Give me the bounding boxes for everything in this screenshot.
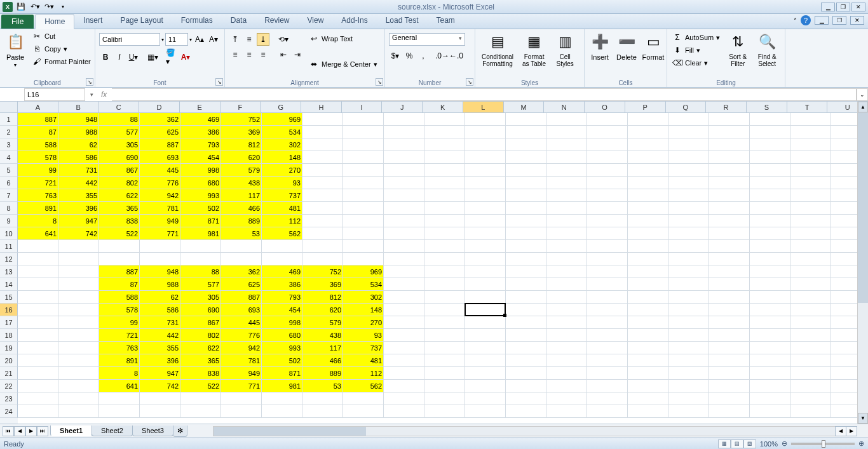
- cell[interactable]: [628, 126, 668, 138]
- cell[interactable]: [546, 126, 587, 138]
- cell[interactable]: [587, 151, 628, 164]
- cell[interactable]: 442: [58, 177, 99, 189]
- cell[interactable]: [302, 164, 343, 177]
- cell[interactable]: [384, 189, 424, 202]
- column-header[interactable]: E: [180, 102, 220, 113]
- number-dialog-launcher[interactable]: ↘: [466, 78, 473, 86]
- cell[interactable]: [750, 405, 790, 418]
- cell[interactable]: [424, 392, 465, 405]
- cell[interactable]: [424, 265, 465, 278]
- cell[interactable]: [424, 189, 465, 202]
- cell[interactable]: [506, 329, 546, 342]
- sheet-tab-sheet2[interactable]: Sheet2: [92, 426, 133, 436]
- align-bottom-icon[interactable]: ⤓: [257, 33, 269, 46]
- cell[interactable]: [465, 265, 506, 278]
- cell[interactable]: [587, 177, 628, 189]
- name-box-dropdown-icon[interactable]: ▾: [88, 91, 96, 98]
- cell[interactable]: 693: [140, 151, 180, 164]
- cell[interactable]: [668, 354, 709, 367]
- number-format-select[interactable]: General: [389, 33, 465, 46]
- cell[interactable]: 99: [99, 316, 140, 329]
- cell[interactable]: [546, 329, 587, 342]
- increase-decimal-icon[interactable]: .0→: [436, 50, 449, 62]
- cell[interactable]: 88: [180, 265, 221, 278]
- italic-button[interactable]: I: [113, 51, 126, 64]
- cell[interactable]: 625: [140, 126, 180, 138]
- row-header[interactable]: 5: [0, 164, 18, 177]
- percent-button[interactable]: %: [403, 50, 416, 62]
- cell[interactable]: [465, 240, 506, 253]
- cell[interactable]: 362: [140, 113, 180, 126]
- cell[interactable]: 641: [99, 380, 140, 392]
- row-header[interactable]: 3: [0, 138, 18, 151]
- cell[interactable]: [506, 342, 546, 354]
- row-header[interactable]: 19: [0, 342, 18, 354]
- cell[interactable]: [343, 126, 384, 138]
- cell[interactable]: [140, 405, 180, 418]
- cell[interactable]: [790, 265, 831, 278]
- insert-cells-button[interactable]: ➕Insert: [588, 30, 611, 62]
- cell[interactable]: [58, 329, 99, 342]
- cell[interactable]: [709, 367, 750, 380]
- cell[interactable]: [384, 380, 424, 392]
- cell[interactable]: [506, 126, 546, 138]
- cell[interactable]: 355: [58, 189, 99, 202]
- cell[interactable]: [790, 405, 831, 418]
- cell[interactable]: [628, 202, 668, 215]
- cell[interactable]: 949: [221, 367, 262, 380]
- format-as-table-button[interactable]: ▦Format as Table: [520, 30, 548, 69]
- cell[interactable]: [424, 278, 465, 291]
- cell[interactable]: [58, 278, 99, 291]
- cell[interactable]: [790, 240, 831, 253]
- cell[interactable]: [343, 405, 384, 418]
- cell[interactable]: [709, 253, 750, 265]
- cell[interactable]: [384, 126, 424, 138]
- alignment-dialog-launcher[interactable]: ↘: [376, 78, 383, 86]
- cell[interactable]: [668, 405, 709, 418]
- cell[interactable]: [58, 392, 99, 405]
- normal-view-icon[interactable]: ▦: [718, 439, 731, 448]
- cell[interactable]: [58, 367, 99, 380]
- cell[interactable]: [546, 113, 587, 126]
- column-header[interactable]: O: [585, 102, 625, 113]
- cell[interactable]: 369: [302, 278, 343, 291]
- cell[interactable]: [302, 113, 343, 126]
- cell[interactable]: [750, 380, 790, 392]
- cell[interactable]: [384, 278, 424, 291]
- cell[interactable]: [628, 151, 668, 164]
- cell[interactable]: [750, 240, 790, 253]
- cell[interactable]: 969: [343, 265, 384, 278]
- cell[interactable]: 481: [343, 354, 384, 367]
- cell[interactable]: [302, 253, 343, 265]
- cell[interactable]: [546, 202, 587, 215]
- cell[interactable]: [506, 278, 546, 291]
- cell[interactable]: [465, 126, 506, 138]
- row-header[interactable]: 11: [0, 240, 18, 253]
- cell[interactable]: [750, 278, 790, 291]
- cell[interactable]: 867: [99, 164, 140, 177]
- currency-button[interactable]: $▾: [389, 50, 402, 62]
- cell[interactable]: [668, 329, 709, 342]
- cell[interactable]: [628, 392, 668, 405]
- cell[interactable]: [668, 126, 709, 138]
- cell[interactable]: [99, 240, 140, 253]
- cell[interactable]: [384, 164, 424, 177]
- tab-add-ins[interactable]: Add-Ins: [332, 13, 376, 29]
- cell[interactable]: 386: [262, 278, 302, 291]
- cell[interactable]: [506, 215, 546, 227]
- cell[interactable]: [506, 202, 546, 215]
- cell[interactable]: [709, 113, 750, 126]
- cell[interactable]: [465, 253, 506, 265]
- clear-button[interactable]: ⌫Clear ▾: [671, 57, 721, 69]
- column-header[interactable]: Q: [666, 102, 707, 113]
- cell[interactable]: 578: [99, 304, 140, 316]
- cell[interactable]: [506, 304, 546, 316]
- cell[interactable]: [343, 215, 384, 227]
- cell[interactable]: [302, 215, 343, 227]
- cell[interactable]: [587, 380, 628, 392]
- cell[interactable]: [668, 367, 709, 380]
- cell[interactable]: 386: [180, 126, 221, 138]
- cell[interactable]: [709, 392, 750, 405]
- cell[interactable]: [58, 240, 99, 253]
- cell[interactable]: [302, 189, 343, 202]
